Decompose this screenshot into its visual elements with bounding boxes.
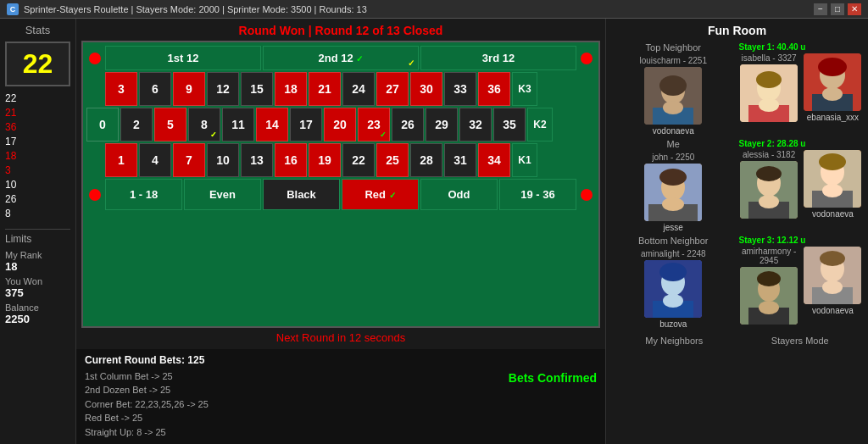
num-26[interactable]: 26 — [392, 108, 424, 142]
num-30[interactable]: 30 — [410, 72, 442, 106]
bottom-neighbor-avatar-svg — [644, 260, 702, 318]
titlebar-title: Sprinter-Stayers Roulette | Stayers Mode… — [24, 4, 367, 14]
svg-point-7 — [756, 71, 782, 88]
stayer1-name-isabella: isabella - 3327 — [742, 53, 797, 63]
you-won-row: You Won 375 — [5, 276, 70, 299]
k2-cell[interactable]: K2 — [527, 108, 553, 142]
num-25[interactable]: 25 — [376, 143, 409, 177]
num-2[interactable]: 2 — [120, 108, 153, 142]
stayer1-avatar2-svg — [804, 53, 861, 111]
num-17[interactable]: 17 — [290, 108, 322, 142]
numbers-row-1: 1 4 7 10 13 16 19 22 25 28 31 34 K1 — [86, 143, 595, 177]
stayer1-avatar-svg — [740, 64, 798, 122]
bet-19-36[interactable]: 19 - 36 — [499, 179, 576, 210]
bet-line-2: 2nd Dozen Bet -> 25 — [85, 383, 492, 397]
num-24[interactable]: 24 — [342, 72, 375, 106]
close-button[interactable]: ✕ — [848, 3, 861, 15]
bet-even[interactable]: Even — [184, 179, 261, 210]
num-9[interactable]: 9 — [173, 72, 205, 106]
num-7[interactable]: 7 — [173, 143, 205, 177]
stayer3-label-name: vodonaeva — [812, 306, 854, 315]
me-label-name: jesse — [664, 223, 683, 232]
num-27[interactable]: 27 — [376, 72, 409, 106]
num-19[interactable]: 19 — [309, 143, 341, 177]
dot-left-top — [86, 46, 103, 70]
dot-right-top — [578, 46, 595, 70]
num-12[interactable]: 12 — [207, 72, 239, 106]
stayer1-players: isabella - 3327 — [739, 53, 864, 122]
bet-black[interactable]: Black — [263, 179, 340, 210]
svg-point-42 — [820, 251, 845, 266]
center-area: Round Won | Round 12 of 13 Closed 1st 12… — [76, 19, 605, 444]
dozen-2nd[interactable]: 2nd 12 ✓ — [263, 46, 419, 70]
svg-point-9 — [759, 98, 779, 112]
top-neighbor-section: Top Neighbor louischarm - 2251 — [611, 42, 736, 136]
num-5[interactable]: 5 — [154, 108, 186, 142]
recent-num-8: 8 — [5, 207, 70, 220]
top-neighbor-avatar — [644, 67, 702, 125]
stayer1-card-isabella: isabella - 3327 — [739, 53, 799, 122]
stayer2-players: alessia - 3182 — [739, 150, 864, 219]
bet-1-18[interactable]: 1 - 18 — [105, 179, 182, 210]
bet-odd[interactable]: Odd — [420, 179, 498, 210]
num-36[interactable]: 36 — [478, 72, 510, 106]
stayers-mode-label: Stayers Mode — [737, 336, 864, 346]
bottom-info: Current Round Bets: 125 1st Column Bet -… — [76, 349, 605, 445]
me-name: john - 2250 — [652, 153, 694, 162]
num-4[interactable]: 4 — [139, 143, 171, 177]
num-10[interactable]: 10 — [207, 143, 239, 177]
dozen-1st[interactable]: 1st 12 — [105, 46, 261, 70]
app-icon: C — [7, 3, 19, 15]
num-21[interactable]: 21 — [309, 72, 341, 106]
titlebar-controls: − □ ✕ — [814, 3, 861, 15]
recent-num-22: 22 — [5, 92, 70, 105]
num-29[interactable]: 29 — [426, 108, 458, 142]
num-8[interactable]: 8✓ — [188, 108, 220, 142]
bet-red[interactable]: Red ✓ — [342, 179, 419, 210]
num-6[interactable]: 6 — [139, 72, 171, 106]
stats-panel: Stats 22 22 21 36 17 18 3 10 26 8 Limits… — [0, 19, 76, 444]
num-20[interactable]: 20 — [324, 108, 356, 142]
stayer2-avatar-alessia — [740, 161, 798, 219]
num-3[interactable]: 3 — [105, 72, 137, 106]
stayer2-avatar-vodonaeva — [804, 150, 861, 208]
num-35[interactable]: 35 — [493, 108, 526, 142]
k3-cell[interactable]: K3 — [512, 72, 537, 106]
stayer3-label: Stayer 3: 12.12 u — [739, 236, 864, 245]
num-13[interactable]: 13 — [241, 143, 273, 177]
num-1[interactable]: 1 — [105, 143, 137, 177]
num-14[interactable]: 14 — [256, 108, 288, 142]
dozen-row: 1st 12 2nd 12 ✓ 3rd 12 — [86, 46, 595, 70]
num-15[interactable]: 15 — [241, 72, 273, 106]
recent-num-10: 10 — [5, 178, 70, 191]
num-23[interactable]: 23✓ — [358, 108, 390, 142]
num-0[interactable]: 0 — [86, 108, 119, 142]
num-33[interactable]: 33 — [444, 72, 476, 106]
bottom-neighbor-players: aminalight - 2248 buzova — [611, 249, 736, 329]
maximize-button[interactable]: □ — [831, 3, 844, 15]
stayer2-label-name: vodonaeva — [812, 209, 854, 219]
num-18[interactable]: 18 — [275, 72, 307, 106]
top-neighbor-card: louischarm - 2251 vodonaeva — [611, 56, 736, 136]
num-11[interactable]: 11 — [222, 108, 254, 142]
balance-label: Balance — [5, 302, 70, 313]
current-number-display: 22 — [5, 42, 70, 86]
me-section: Me john - 2250 — [611, 139, 736, 232]
num-16[interactable]: 16 — [275, 143, 307, 177]
svg-point-37 — [757, 271, 781, 286]
stayer1-label: Stayer 1: 40.40 u — [739, 42, 864, 52]
me-players: john - 2250 jesse — [611, 153, 736, 232]
num-22[interactable]: 22 — [342, 143, 375, 177]
svg-point-14 — [822, 87, 843, 101]
num-31[interactable]: 31 — [444, 143, 476, 177]
top-neighbor-avatar-svg — [644, 67, 702, 125]
right-panel: Fun Room Top Neighbor louischarm - 2251 — [605, 19, 868, 444]
dozen-3rd[interactable]: 3rd 12 — [420, 46, 576, 70]
num-32[interactable]: 32 — [459, 108, 492, 142]
svg-point-39 — [759, 301, 779, 314]
k1-cell[interactable]: K1 — [512, 143, 537, 177]
minimize-button[interactable]: − — [814, 3, 827, 15]
num-28[interactable]: 28 — [410, 143, 442, 177]
num-34[interactable]: 34 — [478, 143, 510, 177]
numbers-row-3: 3 6 9 12 15 18 21 24 27 30 33 36 K3 — [86, 72, 595, 106]
